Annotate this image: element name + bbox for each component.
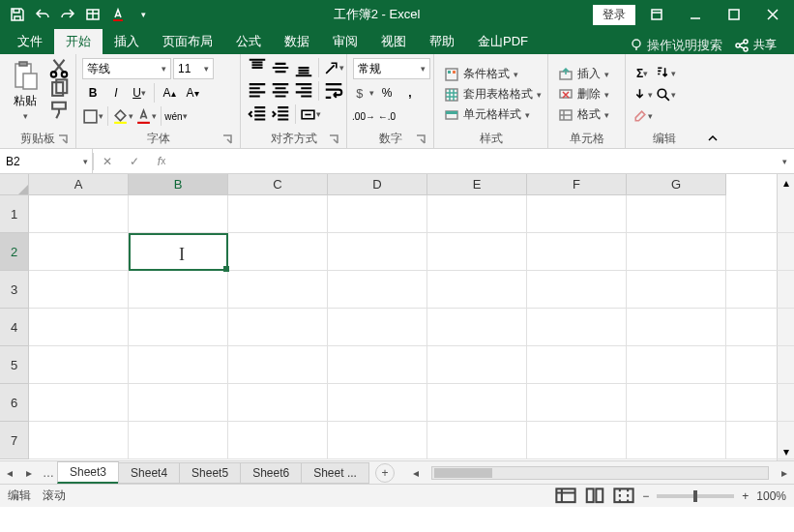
normal-view-button[interactable] (555, 488, 576, 505)
cell[interactable] (627, 195, 726, 233)
cell[interactable] (29, 422, 129, 459)
cell[interactable] (129, 346, 228, 384)
tab-data[interactable]: 数据 (273, 29, 321, 54)
cell[interactable] (228, 195, 328, 233)
sheet-tab-sheet6[interactable]: Sheet6 (240, 462, 302, 484)
tab-formulas[interactable]: 公式 (224, 29, 273, 54)
cell[interactable] (228, 309, 328, 346)
cell[interactable] (228, 271, 328, 309)
font-color-button[interactable]: ▾ (135, 106, 157, 126)
paste-button[interactable]: 粘贴 ▾ (6, 58, 44, 123)
cell[interactable] (427, 195, 527, 233)
fill-button[interactable]: ▾ (632, 85, 653, 104)
cell[interactable] (726, 422, 794, 459)
font-name-combo[interactable]: 等线▾ (82, 58, 171, 79)
clear-button[interactable]: ▾ (632, 106, 653, 126)
row-header-5[interactable]: 5 (0, 346, 29, 384)
col-header-G[interactable]: G (627, 174, 726, 194)
cell[interactable] (427, 233, 527, 271)
row-header-4[interactable]: 4 (0, 309, 29, 346)
tab-pdf[interactable]: 金山PDF (466, 29, 540, 54)
col-header-D[interactable]: D (328, 174, 427, 194)
bold-button[interactable]: B (82, 83, 103, 103)
align-bottom-button[interactable] (293, 58, 314, 77)
cell[interactable] (328, 309, 427, 346)
page-layout-button[interactable] (584, 488, 605, 505)
zoom-slider[interactable] (657, 494, 734, 498)
cell[interactable] (29, 271, 129, 309)
tab-layout[interactable]: 页面布局 (151, 29, 224, 54)
cell[interactable] (527, 422, 627, 459)
cell[interactable] (627, 346, 726, 384)
find-button[interactable]: ▾ (655, 85, 676, 104)
delete-cells-button[interactable]: 删除▾ (554, 85, 613, 103)
add-sheet-button[interactable]: + (375, 463, 395, 483)
align-middle-button[interactable] (270, 58, 291, 77)
scroll-up-button[interactable]: ▴ (778, 174, 794, 192)
sheet-tab-sheet3[interactable]: Sheet3 (57, 461, 119, 484)
cell[interactable] (527, 195, 627, 233)
decrease-font-button[interactable]: A▾ (182, 83, 203, 103)
cell[interactable] (228, 233, 328, 271)
cell[interactable] (527, 346, 627, 384)
decrease-indent-button[interactable] (247, 104, 268, 124)
cell-styles-button[interactable]: 单元格样式▾ (440, 105, 534, 124)
increase-font-button[interactable]: A▴ (159, 83, 180, 103)
conditional-format-button[interactable]: 条件格式▾ (440, 65, 522, 83)
hscroll-left[interactable]: ◂ (406, 461, 426, 484)
minimize-button[interactable] (678, 3, 713, 26)
merge-button[interactable]: ▾ (300, 104, 321, 124)
cell[interactable] (627, 271, 726, 309)
tab-file[interactable]: 文件 (6, 29, 54, 54)
orientation-button[interactable]: ▾ (323, 58, 344, 77)
cell[interactable] (129, 422, 228, 459)
sort-filter-button[interactable]: ▾ (655, 64, 676, 83)
maximize-button[interactable] (717, 3, 751, 26)
format-painter-button[interactable] (48, 101, 70, 120)
col-header-B[interactable]: B (129, 174, 228, 194)
zoom-level[interactable]: 100% (756, 489, 786, 503)
cell[interactable] (427, 346, 527, 384)
border-button[interactable]: ▾ (82, 106, 103, 126)
percent-button[interactable]: % (376, 83, 397, 103)
insert-cells-button[interactable]: 插入▾ (554, 65, 613, 83)
col-header-C[interactable]: C (228, 174, 328, 194)
cell[interactable] (726, 384, 794, 422)
font-launcher[interactable] (222, 134, 232, 144)
sheet-tab-sheet4[interactable]: Sheet4 (118, 462, 180, 484)
cell[interactable] (228, 346, 328, 384)
cell[interactable] (627, 309, 726, 346)
enter-formula-button[interactable]: ✓ (121, 149, 148, 173)
cell[interactable] (726, 309, 794, 346)
cell[interactable] (29, 233, 129, 271)
align-top-button[interactable] (247, 58, 268, 77)
sheet-tab-more[interactable]: Sheet ... (301, 462, 369, 484)
row-header-3[interactable]: 3 (0, 271, 29, 309)
cell[interactable] (427, 422, 527, 459)
cell[interactable] (527, 309, 627, 346)
cell[interactable] (328, 346, 427, 384)
phonetic-button[interactable]: wén▾ (165, 106, 187, 126)
cell[interactable] (427, 271, 527, 309)
sheet-nav-next[interactable]: ▸ (19, 461, 39, 484)
underline-button[interactable]: U▾ (129, 83, 150, 103)
sheet-nav-prev[interactable]: ◂ (0, 461, 19, 484)
zoom-out-button[interactable]: − (642, 489, 649, 503)
tab-home[interactable]: 开始 (54, 29, 103, 54)
hscroll-right[interactable]: ▸ (775, 461, 794, 484)
tell-me-search[interactable]: 操作说明搜索 (630, 37, 722, 54)
cell[interactable] (228, 384, 328, 422)
increase-decimal-button[interactable]: .00→ (353, 106, 374, 126)
sheet-nav-more[interactable]: … (39, 461, 58, 484)
row-header-1[interactable]: 1 (0, 195, 29, 233)
cell[interactable] (328, 422, 427, 459)
col-header-F[interactable]: F (527, 174, 627, 194)
align-right-button[interactable] (293, 81, 314, 101)
align-launcher[interactable] (329, 134, 338, 144)
cell[interactable] (527, 384, 627, 422)
qat-customize-button[interactable]: ▾ (132, 3, 155, 26)
copy-button[interactable] (48, 79, 70, 99)
tab-view[interactable]: 视图 (369, 29, 418, 54)
tab-insert[interactable]: 插入 (103, 29, 151, 54)
cell[interactable] (328, 195, 427, 233)
